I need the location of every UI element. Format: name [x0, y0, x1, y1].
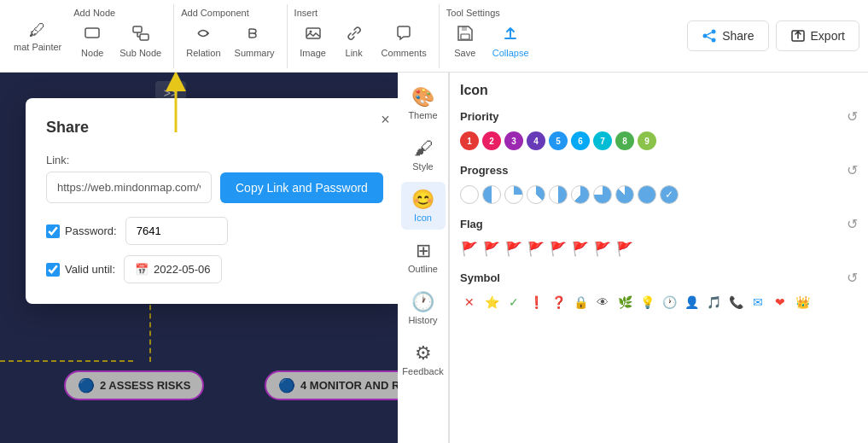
symbol-phone[interactable]: 📞 — [726, 293, 745, 312]
valid-label-text: Valid until: — [65, 263, 115, 276]
symbol-music[interactable]: 🎵 — [704, 293, 723, 312]
priority-7[interactable]: 7 — [593, 131, 612, 150]
progress-50[interactable] — [549, 185, 568, 204]
priority-8[interactable]: 8 — [615, 131, 634, 150]
svg-point-11 — [703, 34, 708, 38]
progress-section: Progress ↺ ✓ — [460, 162, 858, 204]
symbol-clock[interactable]: 🕐 — [660, 293, 679, 312]
valid-checkbox[interactable] — [46, 263, 60, 277]
progress-37[interactable] — [527, 185, 545, 204]
export-button[interactable]: Export — [776, 20, 859, 51]
progress-reset[interactable]: ↺ — [847, 162, 858, 178]
date-display[interactable]: 📅 2022-05-06 — [124, 255, 222, 283]
symbol-bulb[interactable]: 💡 — [638, 293, 656, 312]
collapse-button[interactable]: Collapse — [487, 21, 534, 61]
symbol-check[interactable]: ✓ — [504, 293, 523, 312]
progress-0[interactable] — [460, 185, 479, 204]
copy-link-button[interactable]: Copy Link and Password — [220, 172, 383, 203]
sidebar-item-history[interactable]: 🕐 History — [401, 284, 446, 332]
symbol-leaf[interactable]: 🌿 — [615, 293, 634, 312]
progress-100[interactable] — [638, 185, 656, 204]
flag-orange[interactable]: 🚩 — [482, 239, 501, 258]
symbol-label: Symbol — [460, 271, 500, 284]
password-checkbox-label[interactable]: Password: — [46, 224, 117, 238]
svg-rect-0 — [85, 28, 99, 38]
flag-gray[interactable]: 🚩 — [615, 239, 634, 258]
flag-red[interactable]: 🚩 — [460, 239, 479, 258]
priority-1[interactable]: 1 — [460, 131, 479, 150]
progress-62[interactable] — [571, 185, 590, 204]
add-component-group: Add Component Relation Summary — [174, 4, 287, 68]
save-button[interactable]: Save — [446, 21, 484, 61]
priority-6[interactable]: 6 — [571, 131, 590, 150]
properties-panel: Icon Priority ↺ 1 2 3 4 5 6 7 8 9 Progre… — [449, 73, 868, 443]
flag-blue[interactable]: 🚩 — [549, 239, 568, 258]
symbol-heart[interactable]: ❤ — [771, 293, 789, 312]
valid-checkbox-label[interactable]: Valid until: — [46, 263, 115, 277]
progress-25[interactable] — [504, 185, 523, 204]
modal-close-button[interactable]: × — [381, 112, 390, 127]
password-row: Password: — [46, 217, 383, 245]
sidebar-item-feedback[interactable]: ⚙ Feedback — [401, 335, 446, 383]
symbol-lock[interactable]: 🔒 — [571, 293, 590, 312]
flag-green[interactable]: 🚩 — [527, 239, 545, 258]
priority-3[interactable]: 3 — [504, 131, 523, 150]
password-checkbox[interactable] — [46, 224, 60, 238]
symbol-reset[interactable]: ↺ — [847, 270, 858, 286]
symbol-mail[interactable]: ✉ — [749, 293, 767, 312]
priority-9[interactable]: 9 — [638, 131, 656, 150]
calendar-icon: 📅 — [135, 263, 149, 276]
priority-reset[interactable]: ↺ — [847, 108, 858, 125]
symbol-star[interactable]: ⭐ — [482, 293, 501, 312]
format-painter-button[interactable]: 🖊 mat Painter — [9, 17, 67, 55]
svg-point-12 — [712, 38, 716, 43]
symbol-eye[interactable]: 👁 — [593, 293, 612, 312]
progress-check[interactable]: ✓ — [660, 185, 679, 204]
sub-node-button[interactable]: Sub Node — [114, 21, 166, 61]
symbol-crown[interactable]: 👑 — [793, 293, 812, 312]
symbol-question[interactable]: ❓ — [549, 293, 568, 312]
link-section: Link: Copy Link and Password — [46, 154, 383, 203]
priority-2[interactable]: 2 — [482, 131, 501, 150]
summary-icon — [246, 25, 263, 46]
share-label: Share — [722, 29, 754, 43]
node-button[interactable]: Node — [73, 21, 111, 61]
flag-purple[interactable]: 🚩 — [593, 239, 612, 258]
sidebar-item-style[interactable]: 🖌 Style — [401, 131, 446, 178]
symbol-x[interactable]: ✕ — [460, 293, 479, 312]
svg-line-13 — [707, 32, 711, 35]
sidebar-item-theme[interactable]: 🎨 Theme — [401, 79, 446, 127]
svg-line-14 — [707, 37, 711, 39]
flag-yellow[interactable]: 🚩 — [504, 239, 523, 258]
symbol-exclaim[interactable]: ❗ — [527, 293, 545, 312]
sidebar-item-outline[interactable]: ⊞ Outline — [401, 233, 446, 281]
flag-reset[interactable]: ↺ — [847, 216, 858, 232]
progress-12[interactable] — [482, 185, 501, 204]
link-input[interactable] — [46, 172, 212, 203]
add-node-label: Add Node — [73, 8, 115, 18]
canvas-area: >> 🔵 2 ASSESS RISKS 🔵 4 MONITOR AND REGU… — [0, 73, 398, 443]
svg-rect-2 — [140, 34, 149, 40]
symbol-person[interactable]: 👤 — [682, 293, 701, 312]
relation-button[interactable]: Relation — [181, 21, 225, 61]
progress-87[interactable] — [615, 185, 634, 204]
image-button[interactable]: Image — [294, 21, 332, 61]
priority-label: Priority — [460, 110, 499, 123]
history-icon: 🕐 — [411, 291, 434, 313]
flag-indigo[interactable]: 🚩 — [571, 239, 590, 258]
summary-button[interactable]: Summary — [230, 21, 280, 61]
save-icon — [457, 25, 474, 46]
link-button[interactable]: Link — [335, 21, 373, 61]
priority-5[interactable]: 5 — [549, 131, 568, 150]
priority-4[interactable]: 4 — [527, 131, 545, 150]
link-icon — [346, 25, 363, 46]
export-label: Export — [811, 29, 845, 43]
share-button[interactable]: Share — [687, 20, 768, 51]
theme-icon: 🎨 — [411, 86, 434, 108]
svg-rect-8 — [461, 34, 469, 39]
link-row: Copy Link and Password — [46, 172, 383, 203]
password-input[interactable] — [125, 217, 228, 245]
progress-75[interactable] — [593, 185, 612, 204]
comments-button[interactable]: Comments — [376, 21, 432, 61]
sidebar-item-icon[interactable]: 😊 Icon — [401, 182, 446, 230]
